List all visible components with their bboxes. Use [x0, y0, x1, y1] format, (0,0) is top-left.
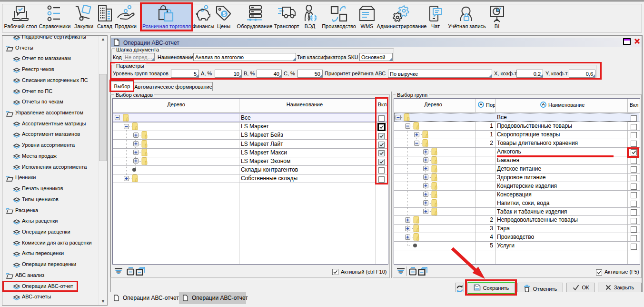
svg-text:$: $ — [223, 11, 226, 17]
